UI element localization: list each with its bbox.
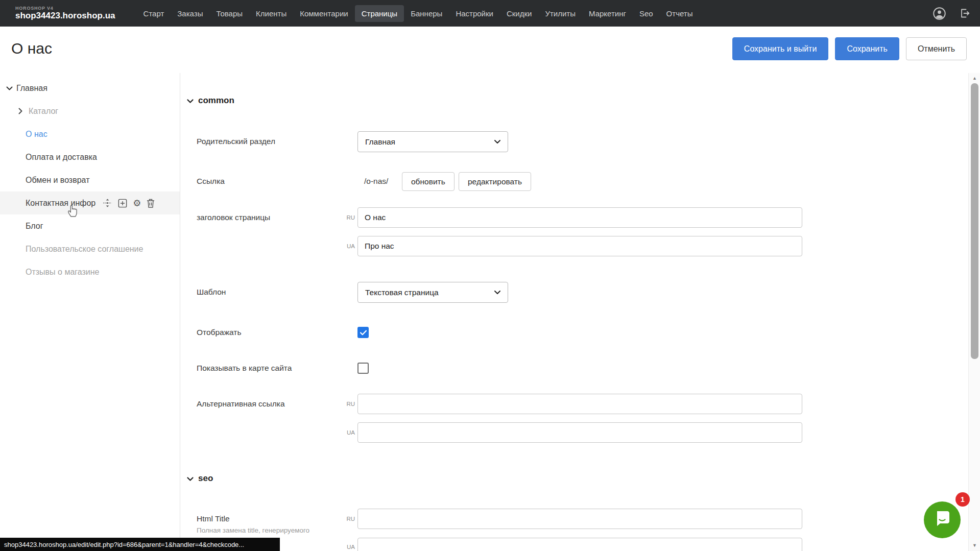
tree-item-blog[interactable]: Блог (0, 214, 180, 237)
page-title-field-label: заголовок страницы (197, 213, 270, 222)
link-path-value: /o-nas/ (364, 177, 388, 186)
account-icon[interactable] (933, 7, 946, 20)
link-edit-button[interactable]: редактировать (459, 172, 531, 191)
parent-section-label: Родительский раздел (197, 137, 275, 146)
nav-item-discounts[interactable]: Скидки (500, 5, 538, 22)
pages-tree: Главная Каталог О нас Оплата и доставка … (0, 73, 180, 283)
sitemap-label: Показывать в карте сайта (197, 364, 292, 373)
nav-item-comments[interactable]: Комментарии (293, 5, 354, 22)
page-title-ua-input[interactable] (357, 236, 802, 256)
page-header: О нас Сохранить и выйти Сохранить Отмени… (0, 27, 980, 73)
lang-tag-ru: RU (337, 516, 355, 522)
header-buttons: Сохранить и выйти Сохранить Отменить (732, 37, 967, 60)
tree-item-label: Отзывы о магазине (26, 268, 100, 277)
lang-tag-ru: RU (337, 214, 355, 221)
site-logo: HOROSHOP V4 shop34423.horoshop.ua (15, 6, 115, 21)
status-url: shop34423.horoshop.ua/edit/edit.php?id=6… (4, 541, 244, 548)
nav-item-marketing[interactable]: Маркетинг (582, 5, 633, 22)
gear-icon[interactable]: ⚙ (133, 199, 141, 208)
chevron-down-icon[interactable] (6, 86, 13, 90)
template-select[interactable]: Текстовая страница (357, 282, 508, 303)
tree-item-label: Главная (16, 84, 47, 93)
tree-item-label: Контактная инфор (26, 199, 95, 208)
nav-item-start[interactable]: Старт (137, 5, 171, 22)
tree-item-obmen-i-vozvrat[interactable]: Обмен и возврат (0, 169, 180, 191)
chevron-right-icon[interactable] (18, 108, 25, 114)
link-update-button[interactable]: обновить (402, 172, 455, 191)
tree-item-label: Оплата и доставка (26, 153, 97, 162)
section-seo[interactable]: seo (187, 473, 213, 484)
section-common[interactable]: common (187, 95, 234, 106)
parent-section-value: Главная (365, 137, 395, 147)
move-icon[interactable] (103, 198, 112, 208)
tree-item-otzyvy-o-magazine[interactable]: Отзывы о магазине (0, 260, 180, 283)
nav-item-seo[interactable]: Seo (633, 5, 660, 22)
scroll-down-arrow[interactable]: ▼ (969, 543, 980, 548)
alt-link-ua-input[interactable] (357, 422, 802, 443)
chevron-down-icon (187, 96, 194, 105)
tree-item-label: Каталог (29, 107, 58, 116)
tree-item-label: Блог (26, 222, 43, 231)
html-title-ua-input[interactable] (357, 538, 802, 551)
tree-item-label: Пользовательское соглашение (26, 245, 143, 254)
chat-unread-badge: 1 (955, 492, 970, 507)
nav-item-banners[interactable]: Баннеры (404, 5, 449, 22)
lang-tag-ru: RU (337, 401, 355, 407)
display-checkbox[interactable] (357, 327, 369, 338)
nav-right-icons (933, 7, 971, 20)
nav-item-orders[interactable]: Заказы (171, 5, 209, 22)
lang-tag-ua: UA (337, 544, 355, 550)
scrollbar-thumb[interactable] (971, 83, 978, 359)
nav-item-settings[interactable]: Настройки (449, 5, 500, 22)
logo-domain: shop34423.horoshop.ua (15, 11, 115, 21)
cancel-button[interactable]: Отменить (906, 37, 967, 60)
template-value: Текстовая страница (365, 288, 439, 297)
browser-status-bar: shop34423.horoshop.ua/edit/edit.php?id=6… (0, 538, 280, 551)
tree-item-glavnaya[interactable]: Главная (0, 77, 180, 100)
chevron-down-icon (187, 474, 194, 483)
chat-bubble-icon (932, 509, 952, 531)
vertical-scrollbar[interactable]: ▲ ▼ (968, 73, 980, 551)
lang-tag-ua: UA (337, 429, 355, 436)
alt-link-label: Альтернативная ссылка (197, 399, 285, 409)
display-label: Отображать (197, 328, 242, 337)
tree-item-label: О нас (26, 130, 47, 139)
tree-item-label: Обмен и возврат (26, 176, 89, 185)
chevron-down-icon (494, 140, 500, 144)
nav-item-reports[interactable]: Отчеты (660, 5, 700, 22)
sidebar-divider (180, 73, 180, 551)
nav-item-clients[interactable]: Клиенты (249, 5, 293, 22)
add-icon[interactable] (118, 199, 127, 208)
pages-tree-sidebar: Главная Каталог О нас Оплата и доставка … (0, 73, 180, 551)
scroll-up-arrow[interactable]: ▲ (969, 76, 980, 81)
chat-widget-button[interactable] (924, 501, 961, 538)
section-seo-title: seo (198, 473, 213, 484)
sitemap-checkbox[interactable] (357, 363, 369, 374)
html-title-ru-input[interactable] (357, 509, 802, 529)
tree-item-actions: ⚙ (103, 198, 155, 208)
tree-item-oplata-i-dostavka[interactable]: Оплата и доставка (0, 146, 180, 169)
save-button[interactable]: Сохранить (835, 37, 899, 60)
top-nav: HOROSHOP V4 shop34423.horoshop.ua Старт … (0, 0, 980, 27)
logout-icon[interactable] (959, 7, 971, 19)
section-common-title: common (198, 95, 234, 106)
parent-section-select[interactable]: Главная (357, 131, 508, 152)
trash-icon[interactable] (147, 199, 155, 208)
alt-link-ru-input[interactable] (357, 394, 802, 414)
nav-item-products[interactable]: Товары (209, 5, 249, 22)
tree-item-kontaktnaya-infor[interactable]: Контактная инфор (0, 191, 180, 214)
link-label: Ссылка (197, 177, 225, 186)
nav-item-pages[interactable]: Страницы (355, 5, 404, 22)
logo-version: HOROSHOP V4 (15, 6, 115, 11)
tree-item-o-nas[interactable]: О нас (0, 123, 180, 146)
page-title: О нас (11, 40, 52, 57)
horoshop-admin-app: HOROSHOP V4 shop34423.horoshop.ua Старт … (0, 0, 980, 551)
html-title-hint: Полная замена title, генерируемого (197, 526, 309, 534)
page-title-ru-input[interactable] (357, 207, 802, 228)
save-and-exit-button[interactable]: Сохранить и выйти (732, 37, 829, 60)
template-label: Шаблон (197, 288, 226, 297)
tree-item-polzovatelskoe-soglashenie[interactable]: Пользовательское соглашение (0, 237, 180, 260)
chevron-down-icon (494, 291, 500, 295)
nav-item-utilities[interactable]: Утилиты (538, 5, 582, 22)
tree-item-katalog[interactable]: Каталог (0, 100, 180, 123)
